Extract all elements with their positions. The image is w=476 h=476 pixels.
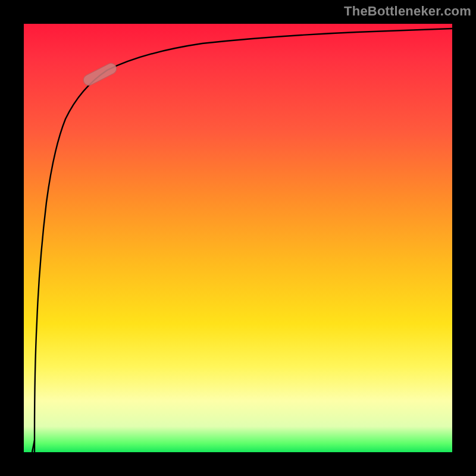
bottleneck-curve <box>35 29 452 452</box>
curve-layer <box>24 24 452 452</box>
curve-marker <box>82 61 118 87</box>
svg-rect-0 <box>82 61 118 87</box>
attribution-label: TheBottleneker.com <box>344 4 471 19</box>
chart-container: TheBottleneker.com <box>0 0 476 476</box>
